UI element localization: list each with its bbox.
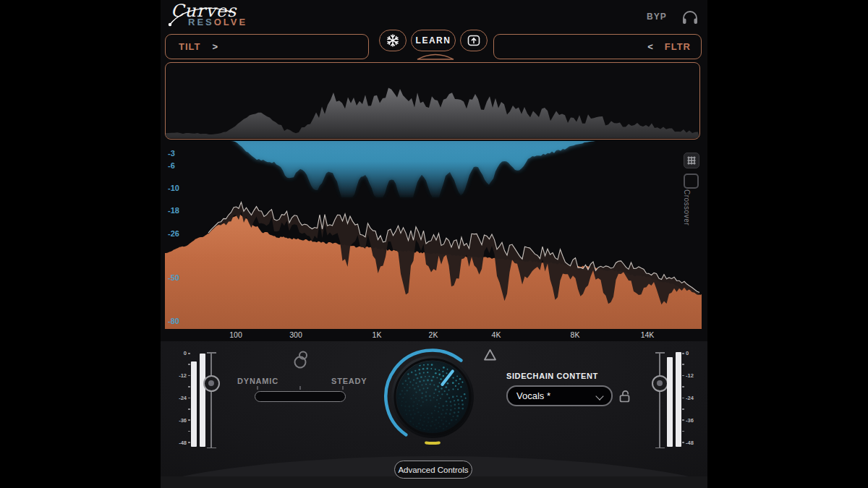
meter-scale-tick bbox=[682, 431, 684, 432]
meter-scale-label: 0 bbox=[175, 350, 187, 356]
meter-scale-tick bbox=[682, 353, 684, 354]
reduction-spectrum bbox=[229, 141, 608, 197]
fltr-tab[interactable]: < FLTR bbox=[493, 34, 702, 59]
meter-scale-tick bbox=[682, 398, 684, 399]
meter-scale-label: -24 bbox=[686, 395, 697, 401]
meter-scale-tick bbox=[188, 353, 190, 354]
x-axis-label: 4K bbox=[480, 330, 512, 339]
x-axis-label: 1K bbox=[361, 330, 393, 339]
desktop-background: Curves RESOLVE BYP TILT > LEARN bbox=[0, 0, 868, 488]
gain-slider-handle[interactable] bbox=[203, 375, 220, 392]
sidechain-spectrum bbox=[166, 63, 699, 138]
learn-button[interactable]: LEARN bbox=[411, 30, 456, 51]
fltr-label: FLTR bbox=[665, 41, 691, 52]
x-axis-label: 2K bbox=[417, 330, 449, 339]
dynamic-label: DYNAMIC bbox=[237, 377, 278, 385]
meter-scale-tick bbox=[682, 386, 684, 388]
sidechain-spectrum-panel bbox=[165, 62, 700, 140]
y-axis-label: -6 bbox=[168, 161, 175, 170]
duck-icon bbox=[291, 350, 311, 369]
meter-scale-tick bbox=[188, 431, 190, 432]
x-axis-label: 14K bbox=[631, 330, 663, 339]
plugin-window: Curves RESOLVE BYP TILT > LEARN bbox=[161, 0, 707, 488]
x-axis-label: 8K bbox=[559, 330, 591, 339]
snowflake-icon bbox=[386, 33, 400, 48]
meter-scale-label: -12 bbox=[175, 372, 187, 379]
y-axis-label: -3 bbox=[168, 149, 175, 158]
box-arrow-up-icon bbox=[466, 33, 482, 48]
tilt-tab[interactable]: TILT > bbox=[165, 34, 369, 59]
meter-bar bbox=[200, 354, 205, 447]
knob-arc-yellow bbox=[426, 442, 439, 443]
grid-icon bbox=[684, 153, 699, 168]
monitor-headphones-icon[interactable] bbox=[681, 9, 699, 25]
tilt-label: TILT bbox=[179, 41, 200, 52]
meter-scale-tick bbox=[682, 375, 684, 377]
gain-slider-track[interactable] bbox=[659, 352, 660, 448]
meter-scale-tick bbox=[188, 408, 190, 410]
meter-scale-label: -36 bbox=[686, 417, 697, 424]
x-axis-label: 100 bbox=[220, 330, 252, 339]
y-axis-label: -80 bbox=[168, 317, 179, 325]
gain-slider-handle[interactable] bbox=[652, 375, 668, 392]
input-meter-left: 0-12-24-36-48 bbox=[175, 347, 236, 454]
x-axis-label: 300 bbox=[280, 330, 312, 339]
resolve-knob[interactable] bbox=[382, 346, 483, 448]
grid-toggle-button[interactable] bbox=[684, 153, 699, 168]
meter-scale-tick bbox=[188, 442, 190, 443]
logo-word-orange: OLVE bbox=[214, 17, 247, 27]
drawer-handle[interactable] bbox=[415, 53, 456, 61]
crossover-label: Crossover bbox=[683, 189, 691, 240]
meter-scale-tick bbox=[682, 408, 684, 410]
fltr-chevron-icon: < bbox=[647, 41, 653, 52]
learn-label: LEARN bbox=[416, 35, 451, 46]
delta-icon[interactable] bbox=[483, 348, 497, 361]
y-axis-label: -50 bbox=[168, 273, 179, 282]
y-axis-label: -18 bbox=[168, 206, 179, 215]
meter-scale-tick bbox=[188, 364, 190, 365]
chevron-down-icon bbox=[595, 392, 603, 400]
meter-scale-label: -24 bbox=[175, 395, 187, 401]
meter-scale-tick bbox=[188, 375, 190, 377]
y-axis-label: -10 bbox=[168, 184, 179, 192]
meter-scale-tick bbox=[682, 442, 684, 443]
meter-scale-tick bbox=[188, 419, 190, 421]
crossover-checkbox[interactable] bbox=[684, 174, 699, 189]
output-meter-right: 0-12-24-36-48 bbox=[644, 347, 705, 454]
logo-word-blue: RES bbox=[188, 17, 214, 27]
meter-bar bbox=[667, 357, 673, 447]
speed-slider[interactable] bbox=[255, 391, 346, 402]
meter-scale-label: -48 bbox=[686, 440, 697, 446]
meter-scale-tick bbox=[188, 398, 190, 399]
freeze-button[interactable] bbox=[379, 30, 407, 51]
sidechain-content-label: SIDECHAIN CONTENT bbox=[506, 372, 598, 380]
meter-scale-tick bbox=[682, 364, 684, 365]
tilt-chevron-icon: > bbox=[212, 41, 218, 52]
meter-scale-tick bbox=[188, 386, 190, 388]
meter-scale-label: 0 bbox=[686, 350, 697, 356]
gain-slider-track[interactable] bbox=[210, 352, 212, 448]
steady-label: STEADY bbox=[331, 377, 367, 385]
meter-scale-label: -48 bbox=[175, 440, 187, 446]
auto-audition-button[interactable] bbox=[460, 30, 488, 51]
logo-wordmark: RESOLVE bbox=[188, 17, 247, 27]
main-spectrum bbox=[165, 141, 702, 329]
advanced-controls-button[interactable]: Advanced Controls bbox=[394, 461, 472, 479]
meter-scale-label: -36 bbox=[175, 417, 187, 424]
meter-scale-label: -12 bbox=[686, 372, 697, 379]
sidechain-dropdown-value: Vocals * bbox=[516, 390, 550, 401]
lock-icon[interactable] bbox=[618, 389, 631, 403]
meter-scale-tick bbox=[682, 419, 684, 421]
bypass-button[interactable]: BYP bbox=[647, 12, 667, 22]
sidechain-dropdown[interactable]: Vocals * bbox=[506, 385, 613, 406]
meter-bar bbox=[191, 361, 197, 447]
meter-bar bbox=[676, 352, 681, 447]
y-axis-label: -26 bbox=[168, 229, 179, 238]
